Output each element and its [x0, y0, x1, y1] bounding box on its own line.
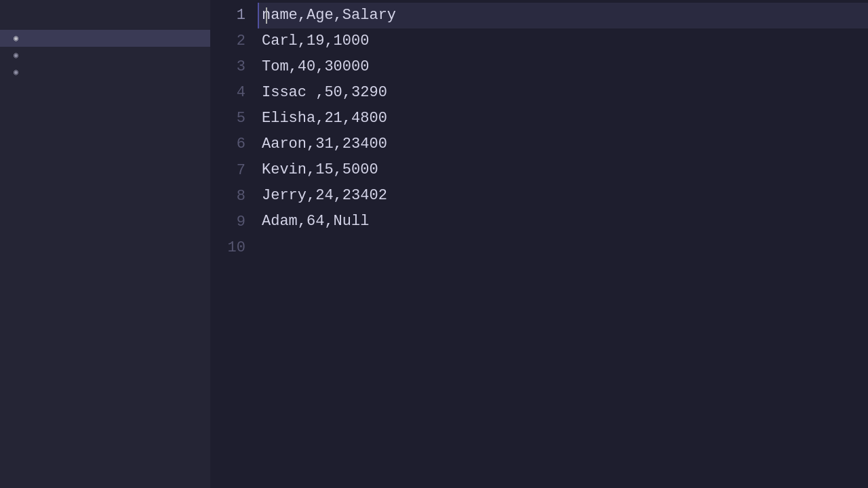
- sidebar-folder[interactable]: [0, 22, 210, 30]
- editor: 12345678910 name,Age,SalaryCarl,19,1000T…: [210, 0, 868, 488]
- sidebar-top-file: [0, 0, 210, 11]
- xlsx-file-icon: ◉: [14, 50, 18, 60]
- code-line-5: Elisha,21,4800: [262, 106, 868, 131]
- code-line-8: Jerry,24,23402: [262, 183, 868, 209]
- code-line-4: Issac ,50,3290: [262, 80, 868, 106]
- code-line-10: [262, 235, 868, 260]
- code-line-9: Adam,64,Null: [262, 209, 868, 235]
- code-lines[interactable]: name,Age,SalaryCarl,19,1000Tom,40,30000I…: [251, 0, 868, 488]
- editor-content: 12345678910 name,Age,SalaryCarl,19,1000T…: [210, 0, 868, 488]
- code-line-1: name,Age,Salary: [258, 3, 868, 28]
- code-line-2: Carl,19,1000: [262, 28, 868, 54]
- line-number-7: 7: [237, 158, 245, 184]
- sidebar-section-header: [0, 11, 210, 22]
- line-numbers: 12345678910: [210, 0, 251, 488]
- code-line-3: Tom,40,30000: [262, 54, 868, 80]
- sidebar: ◉ ◉ ◉: [0, 0, 210, 488]
- line-number-10: 10: [228, 235, 245, 261]
- line-number-4: 4: [237, 80, 245, 106]
- code-line-6: Aaron,31,23400: [262, 131, 868, 157]
- csv-file-icon: ◉: [14, 33, 18, 43]
- code-line-7: Kevin,15,5000: [262, 157, 868, 183]
- sidebar-item-book1csv[interactable]: ◉: [0, 30, 210, 47]
- line-number-6: 6: [237, 131, 245, 157]
- line-number-2: 2: [237, 28, 245, 54]
- line-number-1: 1: [237, 3, 245, 28]
- sidebar-item-book1xlsx[interactable]: ◉: [0, 47, 210, 64]
- line-number-3: 3: [237, 54, 245, 80]
- line-number-8: 8: [237, 184, 245, 209]
- sidebar-item-mainpy[interactable]: ◉: [0, 64, 210, 81]
- line-number-9: 9: [237, 209, 245, 235]
- py-file-icon: ◉: [14, 67, 18, 77]
- line-number-5: 5: [237, 106, 245, 131]
